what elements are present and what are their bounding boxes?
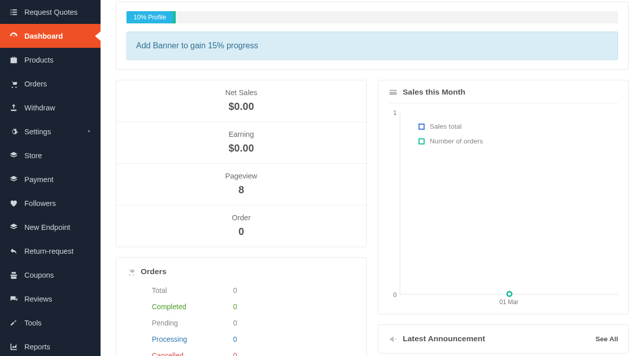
sidebar-item-label: Coupons — [24, 271, 91, 279]
legend-swatch — [418, 124, 425, 130]
profile-progress-alert[interactable]: Add Banner to gain 15% progress — [126, 32, 618, 60]
gear-icon — [9, 127, 24, 136]
cart-icon — [9, 79, 24, 88]
sidebar-item-label: Dashboard — [24, 32, 91, 40]
sidebar-item-label: Request Quotes — [24, 8, 91, 16]
sidebar-item-label: Withdraw — [24, 104, 91, 112]
legend-item[interactable]: Sales total — [418, 123, 483, 130]
sidebar-item-label: Tools — [24, 319, 91, 327]
caret-right-icon — [87, 128, 91, 136]
profile-progress-card: 10% Profile Add Banner to gain 15% progr… — [116, 2, 629, 70]
y-tick-top: 1 — [393, 109, 397, 116]
orders-row: Pending0 — [152, 315, 356, 331]
orders-row-label: Pending — [152, 319, 233, 327]
undo-icon — [9, 247, 24, 256]
orders-list: Total0Completed0Pending0Processing0Cance… — [126, 282, 356, 356]
orders-row: Total0 — [152, 282, 356, 299]
sidebar-item-return-request[interactable]: Return-request — [0, 239, 101, 263]
stats-card: Net Sales$0.00Earning$0.00Pageview8Order… — [116, 80, 367, 247]
chart-legend: Sales totalNumber of orders — [418, 123, 483, 152]
chart-plot: Sales totalNumber of orders — [400, 112, 618, 294]
stat-row: Net Sales$0.00 — [116, 80, 366, 122]
sidebar-item-reports[interactable]: Reports — [0, 335, 101, 356]
bullhorn-icon — [389, 334, 398, 343]
orders-row-value: 0 — [233, 351, 237, 356]
sales-chart: 1 0 Sales totalNumber of orders 01 Mar — [389, 109, 618, 304]
chart-icon — [9, 342, 24, 351]
stat-value: $0.00 — [126, 142, 356, 154]
sidebar-item-dashboard[interactable]: Dashboard — [0, 24, 101, 48]
comments-icon — [9, 294, 24, 304]
orders-row-label: Cancelled — [152, 351, 233, 356]
stat-row: Pageview8 — [116, 164, 366, 205]
orders-row-label: Completed — [152, 303, 233, 311]
announcement-title: Latest Announcement — [403, 334, 590, 343]
briefcase-icon — [9, 55, 24, 65]
announcement-card: Latest Announcement See All — [378, 324, 629, 353]
sidebar-item-tools[interactable]: Tools — [0, 311, 101, 335]
sidebar-item-label: Reports — [24, 343, 91, 351]
sidebar-item-label: Reviews — [24, 295, 91, 303]
stat-label: Net Sales — [126, 88, 356, 97]
legend-label: Sales total — [430, 123, 462, 130]
sidebar-item-label: New Endpoint — [24, 223, 91, 231]
legend-swatch — [418, 138, 425, 144]
sidebar-item-label: Store — [24, 152, 91, 160]
sidebar-item-coupons[interactable]: Coupons — [0, 263, 101, 287]
gift-icon — [9, 271, 24, 280]
see-all-link[interactable]: See All — [595, 335, 618, 343]
main-content: 10% Profile Add Banner to gain 15% progr… — [101, 0, 644, 356]
sidebar-item-payment[interactable]: Payment — [0, 167, 101, 191]
sidebar-item-new-endpoint[interactable]: New Endpoint — [0, 215, 101, 239]
x-tick-label: 01 Mar — [400, 299, 618, 306]
profile-progress-label: 10% Profile — [126, 11, 173, 23]
sidebar-item-label: Return-request — [24, 247, 91, 255]
orders-row-label: Processing — [152, 335, 233, 343]
sidebar-item-request-quotes[interactable]: Request Quotes — [0, 0, 101, 24]
orders-row-value: 0 — [233, 303, 237, 311]
sales-chart-card: Sales this Month 1 0 Sales totalNumber o… — [378, 80, 629, 314]
sidebar-item-withdraw[interactable]: Withdraw — [0, 96, 101, 120]
sidebar-item-followers[interactable]: Followers — [0, 191, 101, 215]
card-icon — [389, 87, 398, 97]
upload-icon — [9, 103, 24, 112]
chart-data-point — [506, 291, 512, 297]
sidebar-item-orders[interactable]: Orders — [0, 72, 101, 96]
cart-icon — [126, 267, 136, 276]
stat-label: Order — [126, 214, 356, 222]
stat-row: Order0 — [116, 205, 366, 247]
orders-card: Orders Total0Completed0Pending0Processin… — [116, 257, 367, 356]
orders-row-label: Total — [152, 286, 233, 294]
stat-value: $0.00 — [126, 101, 356, 112]
sidebar-item-label: Orders — [24, 80, 91, 88]
legend-item[interactable]: Number of orders — [418, 137, 483, 145]
stat-value: 0 — [126, 226, 356, 238]
orders-row: Cancelled0 — [152, 347, 356, 356]
profile-progress-bar: 10% Profile — [126, 11, 618, 23]
orders-title: Orders — [141, 267, 356, 276]
stat-label: Pageview — [126, 172, 356, 180]
stat-value: 8 — [126, 184, 356, 196]
sidebar-item-products[interactable]: Products — [0, 48, 101, 72]
legend-label: Number of orders — [430, 137, 483, 145]
sales-chart-title: Sales this Month — [403, 87, 618, 97]
stat-label: Earning — [126, 130, 356, 138]
layers-icon — [9, 151, 24, 160]
orders-row-value: 0 — [233, 286, 237, 294]
sidebar-item-label: Payment — [24, 175, 91, 184]
sidebar-item-label: Products — [24, 56, 91, 64]
orders-row: Completed0 — [152, 299, 356, 315]
y-tick-bottom: 0 — [393, 291, 397, 299]
sidebar-item-label: Settings — [24, 128, 84, 136]
orders-row-value: 0 — [233, 335, 237, 343]
list-icon — [9, 8, 24, 17]
orders-row: Processing0 — [152, 331, 356, 347]
wrench-icon — [9, 318, 24, 328]
dashboard-icon — [9, 32, 24, 41]
layers-icon — [9, 223, 24, 232]
sidebar-item-settings[interactable]: Settings — [0, 120, 101, 143]
heart-icon — [9, 199, 24, 208]
stat-row: Earning$0.00 — [116, 122, 366, 164]
sidebar-item-reviews[interactable]: Reviews — [0, 287, 101, 311]
sidebar-item-store[interactable]: Store — [0, 143, 101, 167]
